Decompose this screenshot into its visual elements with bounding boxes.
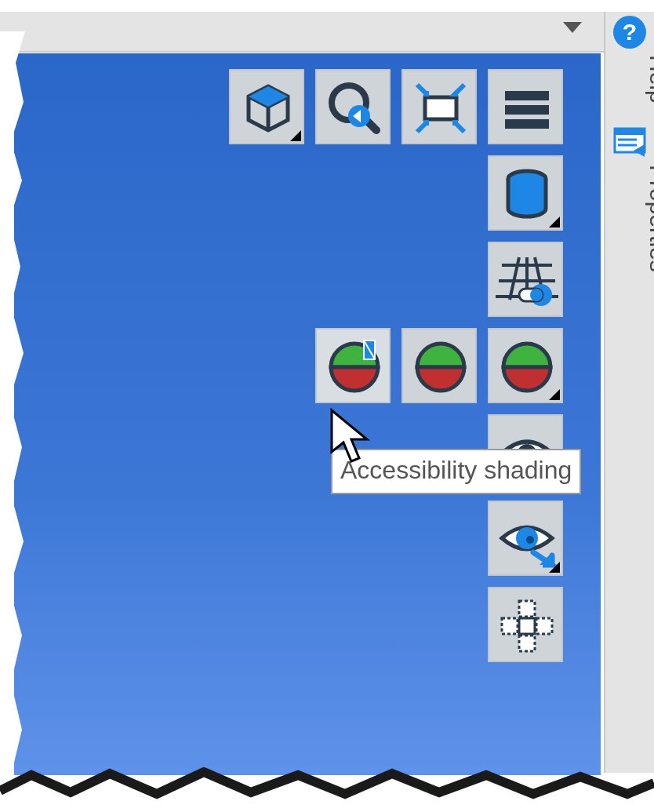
svg-point-16: [526, 536, 534, 544]
svg-rect-19: [502, 618, 518, 634]
svg-rect-6: [505, 105, 549, 115]
properties-icon[interactable]: [613, 126, 646, 158]
svg-rect-18: [519, 618, 535, 634]
svg-rect-20: [536, 618, 552, 634]
grid-toggle-button[interactable]: [488, 242, 563, 317]
app-window: Accessibility shading ? Help Properties: [0, 0, 654, 812]
side-tab-strip: ? Help Properties: [604, 12, 654, 773]
shading-mode-button[interactable]: [488, 328, 563, 403]
svg-point-11: [530, 289, 543, 301]
accessibility-shading-icon: [323, 336, 386, 399]
svg-rect-17: [519, 601, 535, 617]
svg-rect-7: [505, 119, 549, 129]
svg-rect-4: [425, 97, 456, 119]
zoom-previous-icon: [323, 77, 386, 140]
torn-edge-left: [0, 31, 25, 769]
flyout-indicator-icon: [549, 389, 560, 400]
svg-rect-23: [615, 129, 645, 135]
fit-viewport-button[interactable]: [401, 69, 477, 144]
cylinder-button[interactable]: [488, 155, 563, 231]
toolbar-dropdown-icon[interactable]: [563, 22, 582, 35]
tooltip-text: Accessibility shading: [340, 456, 572, 484]
cube-view-button[interactable]: [229, 69, 304, 144]
viewport-3d[interactable]: Accessibility shading: [14, 53, 601, 775]
grid-toggle-icon: [496, 249, 558, 312]
shading-option-icon: [409, 336, 472, 399]
flyout-indicator-icon: [290, 130, 301, 141]
menu-button[interactable]: [488, 69, 563, 144]
svg-rect-21: [519, 635, 535, 651]
shading-option-button[interactable]: [401, 328, 477, 403]
flyout-indicator-icon: [549, 562, 560, 573]
menu-icon: [496, 77, 558, 140]
properties-tab[interactable]: Properties: [645, 165, 654, 272]
help-tab[interactable]: Help: [645, 55, 654, 104]
accessibility-shading-button[interactable]: [315, 328, 391, 403]
help-icon: ?: [623, 19, 637, 45]
look-at-button[interactable]: [488, 501, 563, 576]
tooltip: Accessibility shading: [331, 449, 581, 494]
svg-rect-5: [505, 91, 549, 100]
svg-marker-0: [563, 22, 582, 33]
unfold-button[interactable]: [488, 587, 563, 662]
unfold-icon: [496, 595, 558, 657]
help-button[interactable]: ?: [613, 16, 646, 49]
fit-viewport-icon: [409, 77, 472, 140]
torn-edge-bottom: [0, 767, 654, 811]
zoom-previous-button[interactable]: [315, 69, 391, 144]
title-bar: [0, 12, 604, 53]
flyout-indicator-icon: [549, 217, 560, 228]
